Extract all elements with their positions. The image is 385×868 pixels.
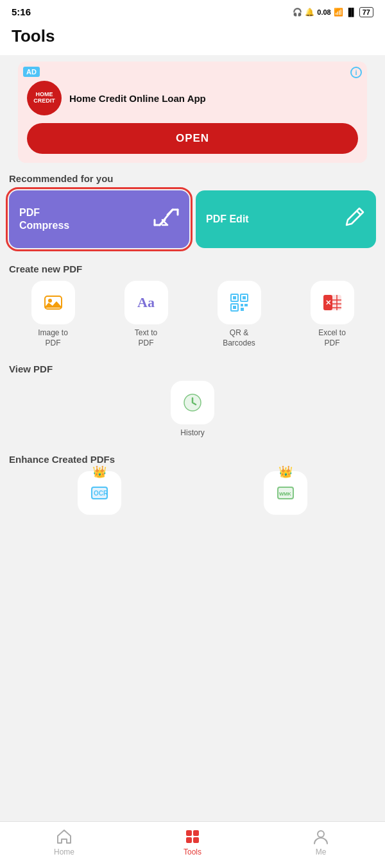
- qr-barcodes-label: QR &Barcodes: [223, 328, 255, 348]
- page-title-bar: Tools: [0, 21, 385, 55]
- create-pdf-tools-grid: Image toPDF Aa Text toPDF: [9, 281, 376, 348]
- enhance-row: 👑 OCR 👑 WMK: [9, 471, 376, 566]
- svg-line-1: [357, 211, 361, 215]
- text-icon: Aa: [137, 294, 155, 311]
- ad-logo: HOMECREDIT: [27, 81, 62, 115]
- page-title: Tools: [12, 26, 55, 46]
- excel-to-pdf-icon-box: ✕: [311, 281, 354, 324]
- ad-content: HOMECREDIT Home Credit Online Loan App: [27, 81, 358, 115]
- ad-banner: AD i HOMECREDIT Home Credit Online Loan …: [18, 62, 367, 163]
- image-to-pdf-item[interactable]: Image toPDF: [9, 281, 97, 348]
- ad-open-button[interactable]: OPEN: [27, 123, 358, 154]
- recommended-section-label: Recommended for you: [9, 173, 376, 184]
- signal-icon: ▐▌: [346, 8, 357, 17]
- status-bar: 5:16 🎧 🔔 0.08 📶 ▐▌ 77: [0, 0, 385, 21]
- svg-text:WMK: WMK: [279, 491, 291, 497]
- pdf-compress-card[interactable]: PDFCompress: [9, 190, 189, 248]
- pdf-edit-card[interactable]: PDF Edit: [196, 190, 376, 248]
- svg-rect-27: [186, 837, 192, 843]
- headphone-icon: 🎧: [293, 8, 302, 17]
- svg-rect-7: [243, 296, 246, 299]
- image-to-pdf-icon-box: [31, 281, 75, 324]
- qr-barcodes-icon-box: [218, 281, 261, 324]
- svg-point-3: [48, 299, 52, 303]
- notification-icon: 🔔: [305, 8, 314, 17]
- create-pdf-section-label: Create new PDF: [9, 263, 376, 274]
- edit-icon: [343, 206, 366, 233]
- pdf-edit-label: PDF Edit: [206, 213, 249, 226]
- crown-icon-1: 👑: [92, 465, 107, 479]
- svg-rect-25: [186, 830, 192, 836]
- pdf-compress-label: PDFCompress: [19, 206, 69, 232]
- nav-me[interactable]: Me: [257, 828, 385, 856]
- data-icon: 0.08: [317, 8, 330, 16]
- text-to-pdf-label: Text toPDF: [135, 328, 157, 348]
- svg-rect-9: [233, 306, 236, 309]
- svg-rect-12: [241, 308, 244, 311]
- svg-rect-11: [244, 304, 248, 306]
- compress-icon: [153, 206, 179, 233]
- nav-tools[interactable]: Tools: [128, 828, 257, 856]
- enhance-ocr-item[interactable]: 👑 OCR: [9, 471, 190, 515]
- home-icon: [56, 828, 73, 845]
- recommended-row: PDFCompress PDF Edit: [9, 190, 376, 248]
- text-to-pdf-item[interactable]: Aa Text toPDF: [102, 281, 190, 348]
- view-pdf-row: History: [9, 381, 376, 438]
- enhance-ocr-icon-box: 👑 OCR: [78, 471, 121, 515]
- enhance-watermark-item[interactable]: 👑 WMK: [195, 471, 376, 515]
- svg-rect-5: [233, 296, 236, 299]
- svg-rect-10: [241, 304, 243, 306]
- view-pdf-section-label: View PDF: [9, 363, 376, 374]
- text-to-pdf-icon-box: Aa: [124, 281, 168, 324]
- excel-to-pdf-item[interactable]: ✕ Excel toPDF: [288, 281, 376, 348]
- svg-rect-26: [193, 830, 199, 836]
- ad-info-icon[interactable]: i: [350, 67, 362, 78]
- ad-logo-text: HOMECREDIT: [33, 92, 55, 104]
- me-icon: [312, 828, 329, 845]
- svg-text:✕: ✕: [325, 299, 331, 306]
- nav-home-label: Home: [54, 847, 74, 856]
- tools-icon: [184, 828, 201, 845]
- crown-icon-2: 👑: [278, 465, 293, 479]
- status-time: 5:16: [12, 6, 31, 17]
- history-label: History: [180, 428, 204, 438]
- enhance-section-label: Enhance Created PDFs: [9, 454, 376, 465]
- history-item[interactable]: History: [9, 381, 376, 438]
- excel-to-pdf-label: Excel toPDF: [318, 328, 346, 348]
- ad-title: Home Credit Online Loan App: [69, 93, 206, 104]
- qr-barcodes-item[interactable]: QR &Barcodes: [195, 281, 283, 348]
- bottom-nav: Home Tools Me: [0, 821, 385, 868]
- image-to-pdf-label: Image toPDF: [38, 328, 68, 348]
- svg-rect-28: [193, 837, 199, 843]
- nav-tools-label: Tools: [184, 847, 201, 856]
- nav-home[interactable]: Home: [0, 828, 128, 856]
- battery-icon: 77: [359, 7, 373, 17]
- svg-text:OCR: OCR: [94, 490, 108, 497]
- history-icon-box: [171, 381, 214, 424]
- svg-point-29: [318, 831, 324, 837]
- ad-label: AD: [23, 67, 40, 77]
- status-icons: 🎧 🔔 0.08 📶 ▐▌ 77: [293, 7, 373, 17]
- enhance-watermark-icon-box: 👑 WMK: [264, 471, 307, 515]
- nav-me-label: Me: [316, 847, 327, 856]
- wifi-icon: 📶: [334, 8, 343, 17]
